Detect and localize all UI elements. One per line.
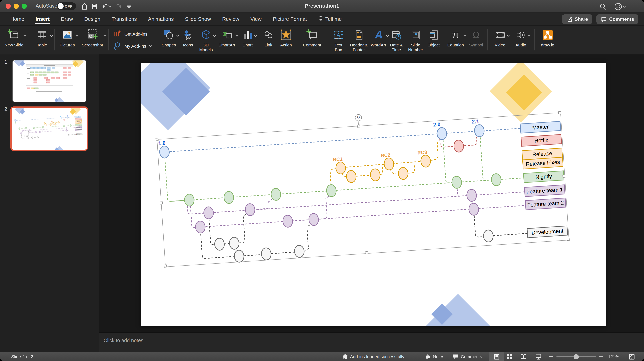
action-star-icon bbox=[280, 29, 292, 41]
view-slide-sorter-button[interactable] bbox=[506, 352, 512, 361]
pictures-icon bbox=[61, 29, 74, 41]
tab-transitions[interactable]: Transitions bbox=[106, 13, 142, 25]
get-addins-button[interactable]: Get Add-ins bbox=[113, 28, 152, 40]
view-normal-button[interactable] bbox=[489, 352, 504, 361]
view-slideshow-button[interactable] bbox=[535, 352, 542, 361]
get-addins-icon bbox=[113, 30, 122, 39]
tab-tell-me[interactable]: Tell me bbox=[312, 13, 347, 25]
tab-slide-show[interactable]: Slide Show bbox=[180, 13, 216, 25]
resize-handle-top-right[interactable] bbox=[558, 111, 561, 114]
chevron-down-icon bbox=[623, 6, 626, 8]
header-footer-button[interactable]: Header & Footer bbox=[347, 28, 370, 53]
chevron-down-icon bbox=[103, 35, 107, 37]
date-time-icon bbox=[390, 29, 402, 41]
zoom-percentage[interactable]: 121% bbox=[608, 352, 619, 361]
equation-button[interactable]: π Equation bbox=[446, 28, 466, 48]
resize-handle-bottom-left[interactable] bbox=[164, 264, 167, 267]
resize-handle-top-middle[interactable] bbox=[357, 125, 360, 128]
video-button[interactable]: Video bbox=[491, 28, 509, 48]
svg-text:π: π bbox=[452, 29, 459, 40]
shapes-icon bbox=[163, 29, 175, 41]
gitflow-diagram-selected[interactable]: ↻ bbox=[157, 113, 569, 267]
pictures-button[interactable]: Pictures bbox=[57, 28, 78, 48]
active-tab-underline bbox=[34, 23, 50, 24]
table-button[interactable]: Table bbox=[32, 28, 52, 48]
account-menu-chevron[interactable] bbox=[622, 2, 626, 11]
chevron-down-icon bbox=[23, 35, 27, 37]
link-icon bbox=[262, 29, 274, 41]
rotation-handle[interactable]: ↻ bbox=[355, 114, 362, 121]
zoom-slider-track[interactable] bbox=[556, 356, 596, 357]
slide-canvas[interactable]: ↻ bbox=[141, 63, 606, 326]
resize-handle-bottom-middle[interactable] bbox=[366, 251, 368, 254]
tab-view[interactable]: View bbox=[245, 13, 267, 25]
tab-animations[interactable]: Animations bbox=[142, 13, 180, 25]
icons-button[interactable]: Icons bbox=[180, 28, 196, 48]
slide-2-graph-mini bbox=[14, 115, 82, 140]
slide-1-thumbnail[interactable] bbox=[12, 60, 86, 102]
account-button[interactable] bbox=[614, 2, 622, 11]
comments-button[interactable]: Comments bbox=[596, 15, 638, 24]
share-button[interactable]: Share bbox=[562, 15, 592, 24]
resize-handle-top-left[interactable] bbox=[156, 138, 158, 141]
resize-handle-middle-left[interactable] bbox=[160, 201, 163, 204]
link-button[interactable]: Link bbox=[261, 28, 276, 48]
shapes-button[interactable]: Shapes bbox=[159, 28, 178, 48]
drawio-button[interactable]: draw.io bbox=[538, 28, 557, 48]
tab-insert[interactable]: Insert bbox=[30, 13, 55, 25]
my-addins-button[interactable]: My Add-ins bbox=[113, 40, 152, 52]
resize-handle-bottom-right[interactable] bbox=[566, 238, 570, 241]
chevron-down-icon bbox=[75, 35, 79, 37]
zoom-slider[interactable] bbox=[556, 352, 596, 361]
chart-button[interactable]: Chart bbox=[239, 28, 256, 48]
document-title: Presentation1 bbox=[0, 3, 644, 9]
tab-design[interactable]: Design bbox=[78, 13, 106, 25]
object-button[interactable]: Object bbox=[426, 28, 442, 48]
screenshot-button[interactable]: Screenshot bbox=[79, 28, 106, 48]
chevron-down-icon bbox=[254, 35, 257, 37]
resize-handle-middle-right[interactable] bbox=[562, 175, 566, 178]
equation-pi-icon: π bbox=[450, 29, 462, 41]
slide-1-preview bbox=[13, 61, 86, 102]
search-icon bbox=[599, 3, 606, 10]
screenshot-icon bbox=[86, 29, 99, 41]
tab-draw[interactable]: Draw bbox=[55, 13, 78, 25]
plus-icon bbox=[599, 354, 603, 359]
slide-indicator: Slide 2 of 2 bbox=[11, 352, 33, 361]
comment-bubble-icon bbox=[601, 16, 607, 22]
wordart-icon: A bbox=[372, 29, 384, 41]
zoom-in-button[interactable] bbox=[599, 352, 603, 361]
date-time-button[interactable]: Date & Time bbox=[387, 28, 406, 53]
comments-toggle[interactable]: Comments bbox=[453, 352, 482, 361]
tab-picture-format[interactable]: Picture Format bbox=[267, 13, 312, 25]
notes-placeholder: Click to add notes bbox=[104, 338, 144, 343]
smartart-icon bbox=[220, 29, 233, 41]
text-box-button[interactable]: A Text Box bbox=[330, 28, 346, 53]
slide-2-thumbnail-selected[interactable] bbox=[10, 107, 88, 151]
chevron-down-icon bbox=[235, 35, 239, 37]
notes-area[interactable]: Click to add notes bbox=[99, 332, 644, 352]
comment-button[interactable]: Comment bbox=[301, 28, 323, 48]
symbol-button: Ω Symbol bbox=[467, 28, 485, 48]
new-slide-button[interactable]: New Slide bbox=[2, 28, 26, 48]
action-button[interactable]: Action bbox=[277, 28, 295, 48]
view-reading-button[interactable] bbox=[520, 352, 527, 361]
zoom-slider-knob[interactable] bbox=[574, 354, 579, 359]
symbol-omega-icon: Ω bbox=[470, 29, 482, 41]
powerpoint-window: AutoSave OFF Presentation1 bbox=[0, 0, 644, 361]
notes-toggle[interactable]: Notes bbox=[425, 352, 444, 361]
zoom-out-button[interactable] bbox=[549, 352, 553, 361]
chevron-down-icon bbox=[506, 35, 510, 37]
wordart-button[interactable]: A WordArt bbox=[369, 28, 388, 48]
slide-number-button[interactable]: # Slide Number bbox=[406, 28, 426, 53]
3d-models-button[interactable]: 3D Models bbox=[197, 28, 215, 53]
search-button[interactable] bbox=[598, 2, 607, 11]
slide-thumbnail-panel: 1 bbox=[0, 55, 99, 352]
tab-review[interactable]: Review bbox=[216, 13, 245, 25]
slide-editor: ↻ Click to add notes bbox=[99, 55, 644, 352]
smartart-button[interactable]: SmartArt bbox=[216, 28, 238, 48]
fit-to-window-button[interactable] bbox=[629, 352, 635, 361]
tab-home[interactable]: Home bbox=[5, 13, 30, 25]
audio-button[interactable]: Audio bbox=[512, 28, 530, 48]
audio-icon bbox=[515, 29, 527, 41]
